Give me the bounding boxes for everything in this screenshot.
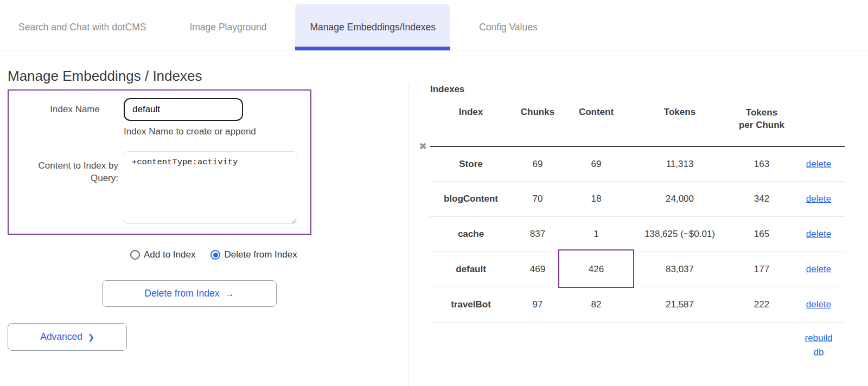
chunks-cell: 70 <box>512 182 564 217</box>
table-row: blogContent 70 18 24,000 342 delete <box>430 182 845 217</box>
advanced-button-label: Advanced <box>40 331 82 342</box>
add-to-index-label: Add to Index <box>144 249 195 260</box>
table-header-row: Index Chunks Content Tokens Tokens per C… <box>430 101 845 146</box>
index-form-box: Index Name Index Name to create or appen… <box>8 89 311 235</box>
chunks-cell: 837 <box>512 217 564 252</box>
index-action-radios: Add to Index Delete from Index <box>8 249 409 260</box>
tab-image-playground[interactable]: Image Playground <box>175 4 281 50</box>
chevron-right-icon: ❯ <box>88 333 94 342</box>
tab-search-and-chat[interactable]: Search and Chat with dotCMS <box>4 4 161 50</box>
tokens-per-chunk-cell: 165 <box>731 217 793 252</box>
advanced-button[interactable]: Advanced❯ <box>8 323 127 351</box>
delete-link[interactable]: delete <box>806 264 831 274</box>
delete-from-index-radio[interactable]: Delete from Index <box>210 249 297 260</box>
content-cell-highlighted: 426 <box>564 252 629 287</box>
tokens-cell: 83,037 <box>629 252 731 287</box>
content-cell: 18 <box>564 182 629 217</box>
indexes-panel: Indexes ✖ Index Chunks Content Tokens To… <box>409 50 868 386</box>
indexes-table-wrap: ✖ Index Chunks Content Tokens Tokens per… <box>430 101 845 359</box>
index-name-label: Index Name <box>9 98 124 137</box>
content-cell: 1 <box>564 217 629 252</box>
main-content: Manage Embeddings / Indexes Index Name I… <box>0 50 868 386</box>
index-name-help: Index Name to create or append <box>124 126 256 137</box>
query-label: Content to Index by Query: <box>9 151 124 224</box>
indexes-table: Index Chunks Content Tokens Tokens per C… <box>430 101 845 323</box>
tokens-cell: 24,000 <box>629 182 731 217</box>
rebuild-db-link[interactable]: rebuild db <box>802 331 835 359</box>
col-header-actions <box>793 101 845 146</box>
table-row: Store 69 69 11,313 163 delete <box>430 146 845 182</box>
col-header-chunks: Chunks <box>512 101 564 146</box>
delete-link[interactable]: delete <box>806 229 831 239</box>
query-textarea[interactable]: +contentType:activity <box>124 151 297 224</box>
embeddings-form-panel: Manage Embeddings / Indexes Index Name I… <box>0 50 409 386</box>
tokens-per-chunk-cell: 222 <box>731 287 793 323</box>
col-header-index: Index <box>430 101 512 146</box>
col-header-tokens: Tokens <box>629 101 731 146</box>
delete-link[interactable]: delete <box>806 299 831 310</box>
chunks-cell: 97 <box>512 287 564 323</box>
content-cell: 82 <box>564 287 629 323</box>
indexes-title: Indexes <box>430 84 868 95</box>
tab-manage-embeddings[interactable]: Manage Embeddings/Indexes <box>295 4 450 50</box>
submit-button-label: Delete from Index <box>144 288 219 299</box>
col-header-tokens-per-chunk: Tokens per Chunk <box>731 101 793 146</box>
index-name-cell: default <box>430 252 512 287</box>
table-row: default 469 426 83,037 177 delete <box>430 252 845 287</box>
tab-config-values[interactable]: Config Values <box>464 4 552 50</box>
index-name-cell: Store <box>430 146 512 182</box>
delete-from-index-button[interactable]: Delete from Index → <box>102 280 277 307</box>
advanced-section: Advanced❯ <box>8 323 409 351</box>
chunks-cell: 469 <box>512 252 564 287</box>
horizontal-divider <box>127 337 380 337</box>
table-footer: rebuild db <box>430 331 845 359</box>
delete-from-index-label: Delete from Index <box>224 249 297 260</box>
tokens-cell: 138,625 (~$0.01) <box>629 217 731 252</box>
index-name-cell: blogContent <box>430 182 512 217</box>
tokens-cell: 21,587 <box>629 287 731 323</box>
delete-link[interactable]: delete <box>806 159 831 169</box>
table-row: travelBot 97 82 21,587 222 delete <box>430 287 845 323</box>
close-icon[interactable]: ✖ <box>419 141 427 151</box>
radio-unselected-icon[interactable] <box>130 250 140 260</box>
index-name-cell: cache <box>430 217 512 252</box>
tokens-cell: 11,313 <box>629 146 731 182</box>
index-name-input[interactable] <box>124 98 243 121</box>
tokens-per-chunk-cell: 177 <box>731 252 793 287</box>
arrow-right-icon: → <box>225 288 234 299</box>
content-cell: 69 <box>564 146 629 182</box>
radio-selected-icon[interactable] <box>210 250 220 260</box>
chunks-cell: 69 <box>512 146 564 182</box>
tokens-per-chunk-cell: 342 <box>731 182 793 217</box>
top-border <box>0 0 868 4</box>
col-header-content: Content <box>564 101 629 146</box>
add-to-index-radio[interactable]: Add to Index <box>130 249 195 260</box>
table-row: cache 837 1 138,625 (~$0.01) 165 delete <box>430 217 845 252</box>
tab-bar: Search and Chat with dotCMS Image Playgr… <box>0 4 868 50</box>
delete-link[interactable]: delete <box>806 194 831 204</box>
index-name-cell: travelBot <box>430 287 512 323</box>
tokens-per-chunk-cell: 163 <box>731 146 793 182</box>
page-title: Manage Embeddings / Indexes <box>8 68 409 85</box>
